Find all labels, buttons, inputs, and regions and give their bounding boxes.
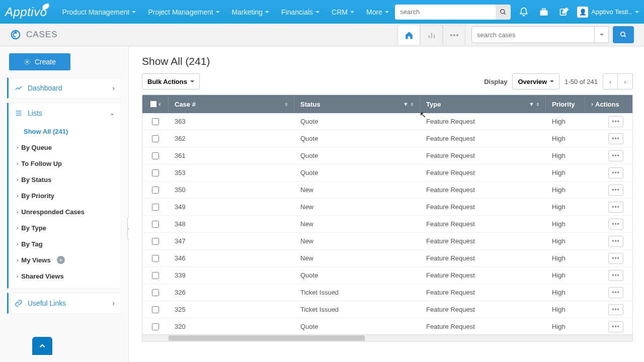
bulk-actions-button[interactable]: Bulk Actions <box>142 73 200 89</box>
filter-icon[interactable]: ▼ <box>403 101 409 107</box>
cell-actions: ••• <box>585 287 632 298</box>
row-actions-button[interactable]: ••• <box>608 304 623 315</box>
table-row[interactable]: 362QuoteFeature RequestHigh••• <box>142 130 632 147</box>
row-actions-button[interactable]: ••• <box>608 253 623 264</box>
row-actions-button[interactable]: ••• <box>608 321 623 332</box>
row-checkbox[interactable] <box>152 289 159 296</box>
filter-icon[interactable]: ▼ <box>529 101 534 107</box>
tab-reports[interactable] <box>420 25 443 45</box>
table-row[interactable]: 348NewFeature RequestHigh••• <box>142 216 632 233</box>
horizontal-scrollbar[interactable] <box>142 334 632 341</box>
chevron-left-icon[interactable]: ‹ <box>159 101 161 108</box>
select-all-checkbox[interactable] <box>150 101 157 108</box>
sidebar-by-tag[interactable]: ›By Tag <box>17 236 121 252</box>
row-checkbox[interactable] <box>152 306 159 313</box>
sidebar-by-status[interactable]: ›By Status <box>17 171 121 188</box>
table-row[interactable]: 339QuoteFeature RequestHigh••• <box>142 267 632 284</box>
sidebar-by-priority[interactable]: ›By Priority <box>17 188 121 204</box>
search-dropdown[interactable] <box>595 26 609 43</box>
tab-more[interactable] <box>443 25 465 45</box>
module-search-input[interactable] <box>471 26 595 43</box>
row-actions-button[interactable]: ••• <box>608 202 623 213</box>
table-row[interactable]: 326Ticket IssuedFeature RequestHigh••• <box>142 284 632 301</box>
sidebar-item-useful-links[interactable]: Useful Links › <box>9 293 121 313</box>
chevron-right-icon: › <box>17 274 18 279</box>
table-row[interactable]: 325Ticket IssuedFeature RequestHigh••• <box>142 301 632 318</box>
logo[interactable]: Apptivo <box>5 5 56 19</box>
row-actions-button[interactable]: ••• <box>608 236 623 247</box>
table-row[interactable]: 363QuoteFeature RequestHigh••• <box>142 113 632 130</box>
cell-actions: ••• <box>585 270 632 281</box>
col-priority[interactable]: Priority <box>546 95 585 113</box>
row-actions-button[interactable]: ••• <box>608 167 623 178</box>
sidebar-show-all[interactable]: Show All (241) <box>24 123 121 139</box>
module-search-button[interactable] <box>613 26 634 43</box>
cell-actions: ••• <box>585 321 632 332</box>
row-actions-button[interactable]: ••• <box>608 116 623 127</box>
col-status[interactable]: Status▼ <box>294 95 420 113</box>
row-checkbox[interactable] <box>152 323 159 330</box>
page-prev-button[interactable]: ‹ <box>603 73 618 89</box>
row-actions-button[interactable]: ••• <box>608 270 623 281</box>
cell-actions: ••• <box>585 133 632 144</box>
table-row[interactable]: 361QuoteFeature RequestHigh••• <box>142 147 632 164</box>
sidebar-item-lists[interactable]: Lists ⌄ <box>9 103 121 123</box>
table-row[interactable]: 350NewFeature RequestHigh••• <box>142 182 632 199</box>
scrollbar-thumb[interactable] <box>169 335 365 341</box>
tab-home[interactable] <box>397 25 420 45</box>
row-actions-button[interactable]: ••• <box>608 150 623 161</box>
sidebar-to-follow-up[interactable]: ›To Follow Up <box>17 155 121 171</box>
nav-label: Marketing <box>232 8 263 16</box>
ellipsis-icon <box>450 34 459 37</box>
row-checkbox[interactable] <box>152 169 159 176</box>
compose-button[interactable] <box>557 5 571 19</box>
svg-point-12 <box>456 34 458 36</box>
row-checkbox[interactable] <box>152 187 159 194</box>
table-row[interactable]: 347NewFeature RequestHigh••• <box>142 233 632 250</box>
cell-type: Feature Request <box>420 220 546 228</box>
row-actions-button[interactable]: ••• <box>608 287 623 298</box>
notifications-button[interactable] <box>517 5 531 19</box>
nav-crm[interactable]: CRM <box>326 0 360 24</box>
table-row[interactable]: 353QuoteFeature RequestHigh••• <box>142 164 632 182</box>
sidebar-item-dashboard[interactable]: Dashboard › <box>9 78 121 98</box>
nav-label: More <box>366 8 382 16</box>
sidebar-by-queue[interactable]: ›By Queue <box>17 139 121 155</box>
row-actions-button[interactable]: ••• <box>608 219 623 230</box>
row-checkbox[interactable] <box>152 255 159 262</box>
create-button[interactable]: Create <box>9 53 70 70</box>
scroll-top-button[interactable] <box>32 337 52 355</box>
col-type[interactable]: Type▼ <box>420 95 546 113</box>
sidebar-my-views[interactable]: ›My Views+ <box>17 252 121 268</box>
row-checkbox[interactable] <box>152 118 159 125</box>
nav-more[interactable]: More <box>360 0 395 24</box>
row-checkbox[interactable] <box>152 135 159 142</box>
nav-project-management[interactable]: Project Management <box>142 0 225 24</box>
col-case-number[interactable]: Case # <box>169 95 294 113</box>
row-checkbox[interactable] <box>152 204 159 211</box>
table-row[interactable]: 346NewFeature RequestHigh••• <box>142 250 632 267</box>
add-view-button[interactable]: + <box>57 256 65 264</box>
global-search-button[interactable] <box>496 5 511 20</box>
page-next-button[interactable]: › <box>618 73 633 89</box>
nav-financials[interactable]: Financials <box>275 0 326 24</box>
row-checkbox[interactable] <box>152 221 159 228</box>
chevron-right-icon[interactable]: › <box>591 101 593 108</box>
nav-marketing[interactable]: Marketing <box>226 0 275 24</box>
row-actions-button[interactable]: ••• <box>608 185 623 196</box>
nav-product-management[interactable]: Product Management <box>56 0 142 24</box>
caret-down-icon <box>635 11 639 13</box>
table-row[interactable]: 320QuoteFeature RequestHigh••• <box>142 318 632 334</box>
row-checkbox[interactable] <box>152 152 159 159</box>
sidebar-shared-views[interactable]: ›Shared Views <box>17 268 121 284</box>
sidebar-unresponded[interactable]: ›Unresponded Cases <box>17 204 121 220</box>
row-checkbox[interactable] <box>152 272 159 279</box>
table-row[interactable]: 349NewFeature RequestHigh••• <box>142 199 632 216</box>
row-actions-button[interactable]: ••• <box>608 133 623 144</box>
global-search-input[interactable] <box>395 5 496 20</box>
display-overview-button[interactable]: Overview <box>512 73 559 89</box>
sidebar-by-type[interactable]: ›By Type <box>17 220 121 236</box>
apps-button[interactable] <box>537 5 551 19</box>
user-menu[interactable]: 👤 Apptivo Testi.. <box>577 7 639 18</box>
row-checkbox[interactable] <box>152 238 159 245</box>
